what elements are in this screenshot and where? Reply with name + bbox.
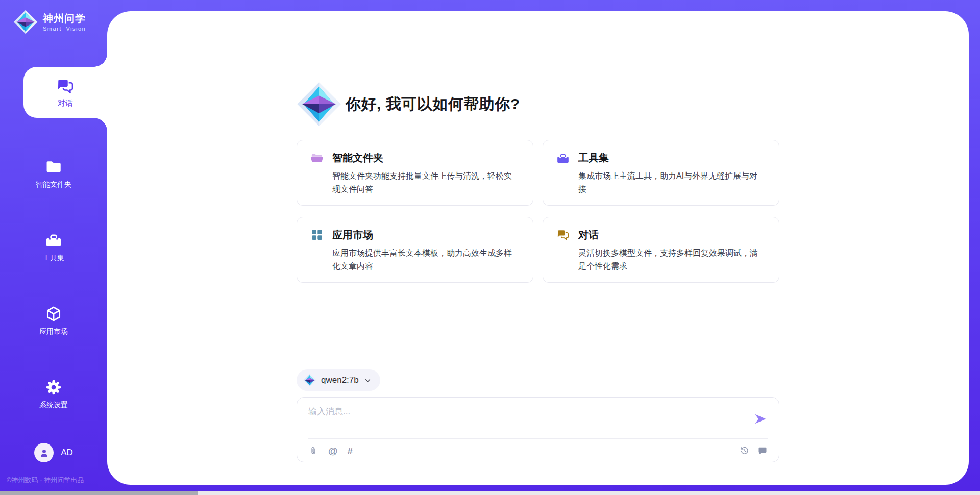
card-title: 工具集 (578, 151, 609, 165)
at-icon: @ (328, 446, 338, 456)
card-description: 智能文件夹功能支持批量文件上传与清洗，轻松实现文件问答 (332, 169, 520, 196)
user-menu[interactable]: AD (0, 443, 107, 462)
diamond-logo-icon (13, 10, 38, 34)
sidebar-item-label: 对话 (58, 98, 73, 108)
brand-name: 神州问学 (43, 13, 86, 24)
avatar (34, 443, 54, 462)
sidebar-item-label: 智能文件夹 (36, 180, 71, 189)
toolbox-icon (45, 232, 62, 249)
chat-icon (56, 77, 75, 95)
history-icon (740, 445, 750, 456)
sidebar-item-smart-folder[interactable]: 智能文件夹 (0, 156, 107, 191)
message-input[interactable] (308, 406, 753, 433)
paperclip-icon (308, 445, 318, 456)
conversation-button[interactable] (757, 445, 768, 456)
attach-file-button[interactable] (308, 445, 318, 456)
toolbar-left: @ # (308, 445, 353, 456)
sidebar-item-toolset[interactable]: 工具集 (0, 229, 107, 265)
card-header: 工具集 (556, 151, 766, 165)
toolbar-right (740, 445, 768, 456)
card-description: 应用市场提供丰富长文本模板，助力高效生成多样化文章内容 (332, 246, 520, 273)
card-app-market[interactable]: 应用市场 应用市场提供丰富长文本模板，助力高效生成多样化文章内容 (297, 217, 533, 283)
message-composer: @ # (297, 397, 779, 462)
card-title: 对话 (578, 228, 599, 242)
composer-input-row (308, 406, 768, 433)
sidebar-item-app-market[interactable]: 应用市场 (0, 303, 107, 338)
card-description: 灵活切换多模型文件，支持多样回复效果调试，满足个性化需求 (578, 246, 766, 273)
card-title: 智能文件夹 (332, 151, 383, 165)
brand-text: 神州问学 Smart Vision (43, 13, 86, 32)
topic-button[interactable]: # (348, 446, 353, 456)
chat-icon (556, 228, 570, 241)
scrollbar-thumb[interactable] (0, 491, 198, 495)
model-selector[interactable]: qwen2:7b (297, 369, 380, 391)
greeting-block: 你好, 我可以如何帮助你? (297, 82, 779, 127)
sidebar-item-chat[interactable]: 对话 (23, 67, 107, 118)
sidebar-bottom: AD ©神州数码 · 神州问学出品 (0, 443, 107, 491)
folder-icon (45, 158, 62, 176)
sidebar-item-system-settings[interactable]: 系统设置 (0, 376, 107, 412)
spacer (297, 283, 779, 369)
greeting-title: 你好, 我可以如何帮助你? (346, 94, 520, 115)
brand: 神州问学 Smart Vision (13, 8, 107, 36)
main-content: 你好, 我可以如何帮助你? 智能文件夹 智能文件夹功能支持批量文件上传与清洗，轻… (297, 11, 779, 485)
brand-subtitle: Smart Vision (43, 26, 86, 32)
gear-icon (45, 379, 62, 396)
sidebar-nav: 对话 智能文件夹 工具集 应用市场 系统设置 (0, 36, 107, 412)
hash-icon: # (348, 446, 353, 456)
user-name: AD (61, 448, 73, 458)
horizontal-scrollbar[interactable] (0, 491, 980, 495)
diamond-logo-icon (303, 374, 316, 387)
model-name: qwen2:7b (321, 375, 359, 385)
chevron-down-icon (363, 376, 372, 385)
card-smart-folder[interactable]: 智能文件夹 智能文件夹功能支持批量文件上传与清洗，轻松实现文件问答 (297, 140, 533, 206)
card-header: 对话 (556, 228, 766, 242)
sidebar-item-label: 系统设置 (39, 401, 68, 410)
feature-cards: 智能文件夹 智能文件夹功能支持批量文件上传与清洗，轻松实现文件问答 工具集 集成… (297, 140, 779, 283)
composer-toolbar: @ # (308, 439, 768, 456)
copyright: ©神州数码 · 神州问学出品 (0, 476, 107, 491)
main-panel: 你好, 我可以如何帮助你? 智能文件夹 智能文件夹功能支持批量文件上传与清洗，轻… (107, 11, 969, 485)
card-header: 智能文件夹 (310, 151, 520, 165)
send-button[interactable] (753, 412, 768, 426)
app-window: 神州问学 Smart Vision 对话 智能文件夹 工具集 (0, 0, 980, 495)
sidebar: 神州问学 Smart Vision 对话 智能文件夹 工具集 (0, 0, 107, 491)
history-button[interactable] (740, 445, 750, 456)
folder-open-icon (310, 152, 324, 165)
sidebar-item-label: 应用市场 (39, 327, 68, 336)
card-toolset[interactable]: 工具集 集成市场上主流工具，助力AI与外界无缝扩展与对接 (543, 140, 779, 206)
mention-button[interactable]: @ (328, 446, 338, 456)
card-title: 应用市场 (332, 228, 373, 242)
bubble-icon (757, 445, 768, 456)
grid-icon (310, 228, 324, 241)
card-header: 应用市场 (310, 228, 520, 242)
diamond-logo-icon (297, 82, 341, 127)
sidebar-item-label: 工具集 (43, 254, 64, 263)
person-icon (39, 448, 50, 458)
card-chat[interactable]: 对话 灵活切换多模型文件，支持多样回复效果调试，满足个性化需求 (543, 217, 779, 283)
app-background: 神州问学 Smart Vision 对话 智能文件夹 工具集 (0, 0, 980, 491)
send-icon (753, 412, 768, 426)
card-description: 集成市场上主流工具，助力AI与外界无缝扩展与对接 (578, 169, 766, 196)
toolbox-icon (556, 152, 570, 165)
cube-icon (45, 305, 62, 323)
